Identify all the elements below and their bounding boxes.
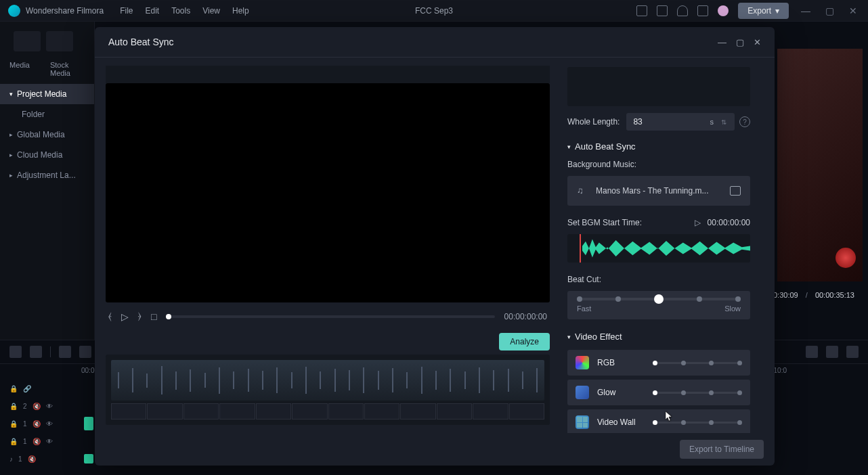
lock-icon[interactable]: 🔒 [9,385,18,392]
section-label: Auto Beat Sync [575,141,636,152]
menu-edit[interactable]: Edit [146,6,160,16]
effect-label: Glow [597,388,645,397]
tl-view-icon[interactable] [846,346,859,358]
tree-label: Cloud Media [17,150,62,160]
slider-thumb[interactable] [654,294,664,304]
auto-beat-sync-modal: Auto Beat Sync — ▢ ✕ ⦑ ▷ ⦒ □ 00:00:00:00… [95,27,775,466]
media-tab-icon[interactable] [14,31,41,51]
analyze-button[interactable]: Analyze [499,333,550,350]
tl-undo-icon[interactable] [59,346,71,358]
chevron-right-icon: ▸ [9,152,13,158]
chevron-down-icon: ▾ [775,6,779,16]
library-icon[interactable] [657,5,668,16]
next-frame-icon[interactable]: ⦒ [138,311,142,322]
music-note-icon: ♫ [577,185,588,196]
preview-video-frame [777,49,863,281]
music-filename: Manos Mars - The Tunning.m... [596,186,722,196]
chevron-right-icon: ▸ [9,172,13,179]
preview-topbar [106,66,550,83]
total-time: 00:00:35:13 [815,291,854,299]
time-sep: / [806,291,808,299]
beat-markers[interactable] [111,403,544,420]
effect-slider[interactable] [653,392,742,394]
tl-add-icon[interactable] [806,346,818,358]
cloud-icon[interactable] [677,5,688,16]
modal-minimize-icon[interactable]: — [718,37,726,47]
stop-icon[interactable]: □ [151,311,156,322]
effect-glow[interactable]: Glow [567,380,750,405]
close-icon[interactable]: ✕ [846,5,860,16]
menu-file[interactable]: File [120,6,133,16]
bgm-start-timecode[interactable]: 00:00:00:00 [708,218,750,227]
apps-icon[interactable] [697,5,708,16]
link-icon[interactable]: 🔗 [23,385,31,392]
tl-zoom-icon[interactable] [826,346,838,358]
modal-maximize-icon[interactable]: ▢ [736,37,744,47]
tl-cursor-icon[interactable] [30,346,42,358]
glow-icon [576,386,589,399]
bgm-play-icon[interactable]: ▷ [695,218,701,227]
effect-video-wall[interactable]: Video Wall [567,409,750,433]
preview-panel [777,49,863,281]
chevron-right-icon: ▸ [9,131,13,138]
export-tl-label: Export to Timeline [689,445,754,454]
menu-view[interactable]: View [202,6,220,16]
section-video-effect[interactable]: ▾Video Effect [567,332,750,342]
tab-stock[interactable]: Stock Media [50,61,85,77]
effect-label: Video Wall [597,417,645,427]
chevron-down-icon: ▾ [9,91,13,97]
play-icon[interactable]: ▷ [121,311,129,322]
modal-preview-pane: ⦑ ▷ ⦒ □ 00:00:00:00 Analyze [95,58,561,433]
stepper-icon[interactable]: ⇅ [721,118,726,126]
bgm-waveform[interactable] [567,234,750,263]
export-timeline-button[interactable]: Export to Timeline [680,440,764,459]
section-auto-beat-sync[interactable]: ▾Auto Beat Sync [567,141,750,152]
tl-redo-icon[interactable] [79,346,91,358]
tree-label: Global Media [17,130,65,139]
tree-adjustment-layer[interactable]: ▸Adjustment La... [0,165,94,185]
save-icon[interactable] [636,5,647,16]
beat-cut-slider[interactable]: FastSlow [567,291,750,319]
video-preview[interactable] [106,83,550,302]
minimize-icon[interactable]: — [798,5,813,16]
app-name: Wondershare Filmora [26,6,104,16]
tree-folder[interactable]: Folder [0,104,94,125]
modal-close-icon[interactable]: ✕ [754,37,761,47]
beat-cut-label: Beat Cut: [567,275,750,284]
tree-cloud-media[interactable]: ▸Cloud Media [0,145,94,165]
menu-tools[interactable]: Tools [171,6,190,16]
playhead[interactable] [580,234,581,263]
player-controls: ⦑ ▷ ⦒ □ 00:00:00:00 [106,304,550,329]
unit-label: s [710,118,714,126]
seek-bar[interactable] [166,315,494,318]
stock-tab-icon[interactable] [46,31,73,51]
tree-label: Adjustment La... [17,171,76,180]
chevron-down-icon: ▾ [567,334,571,340]
tree-global-media[interactable]: ▸Global Media [0,125,94,145]
effect-slider[interactable] [653,362,742,364]
audio-clip[interactable] [84,454,93,463]
whole-length-input[interactable] [626,113,735,131]
fast-label: Fast [577,304,591,313]
info-icon[interactable]: ? [739,116,750,127]
effect-slider[interactable] [653,422,742,424]
modal-header: Auto Beat Sync — ▢ ✕ [95,27,775,58]
tab-media[interactable]: Media [9,61,30,77]
user-avatar[interactable] [718,5,729,16]
clip-thumb[interactable] [84,417,93,430]
folder-icon[interactable] [730,186,741,196]
tree-project-media[interactable]: ▾Project Media [0,84,94,104]
maximize-icon[interactable]: ▢ [823,5,837,16]
analyze-label: Analyze [510,337,539,346]
export-button[interactable]: Export▾ [738,3,789,19]
modal-settings-pane: Whole Length: s ⇅ ? ▾Auto Beat Sync Back… [561,58,762,433]
tl-tool-icon[interactable] [9,346,22,358]
rgb-icon [576,356,589,369]
waveform-area[interactable] [106,355,550,425]
effect-rgb[interactable]: RGB [567,350,750,376]
app-logo [8,5,20,17]
menu-help[interactable]: Help [232,6,249,16]
prev-frame-icon[interactable]: ⦑ [108,311,112,322]
slow-label: Slow [724,304,741,313]
tree-label: Project Media [17,89,66,99]
